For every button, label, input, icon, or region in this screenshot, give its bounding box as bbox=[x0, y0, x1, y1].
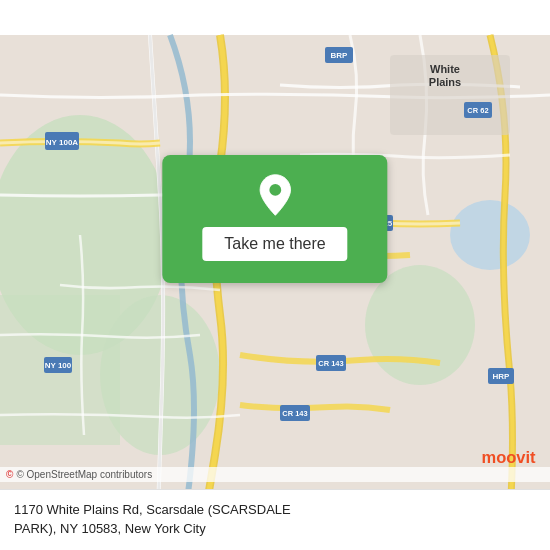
navigation-card: Take me there bbox=[162, 155, 387, 283]
address-text: 1170 White Plains Rd, Scarsdale (SCARSDA… bbox=[14, 502, 291, 536]
svg-text:moovit: moovit bbox=[482, 448, 537, 466]
take-me-there-button[interactable]: Take me there bbox=[202, 227, 347, 261]
svg-text:CR 143: CR 143 bbox=[282, 409, 307, 418]
svg-point-27 bbox=[269, 184, 281, 196]
svg-text:NY 100A: NY 100A bbox=[46, 138, 79, 147]
svg-text:BRP: BRP bbox=[331, 51, 349, 60]
location-pin-icon bbox=[253, 173, 297, 217]
map-attribution: © © OpenStreetMap contributors bbox=[0, 467, 550, 482]
svg-point-5 bbox=[450, 200, 530, 270]
svg-text:NY 100: NY 100 bbox=[45, 361, 72, 370]
moovit-logo: moovit bbox=[480, 446, 540, 472]
map-container: NY 100A BRP NY 125 NY 125 NY 100 CR 143 … bbox=[0, 0, 550, 550]
svg-text:CR 62: CR 62 bbox=[467, 106, 488, 115]
attribution-text: © OpenStreetMap contributors bbox=[16, 469, 152, 480]
svg-text:CR 143: CR 143 bbox=[318, 359, 343, 368]
osm-logo: © bbox=[6, 469, 13, 480]
green-card: Take me there bbox=[162, 155, 387, 283]
svg-text:Plains: Plains bbox=[429, 76, 461, 88]
location-card: 1170 White Plains Rd, Scarsdale (SCARSDA… bbox=[0, 489, 550, 550]
svg-text:White: White bbox=[430, 63, 460, 75]
svg-text:HRP: HRP bbox=[493, 372, 511, 381]
svg-point-3 bbox=[365, 265, 475, 385]
